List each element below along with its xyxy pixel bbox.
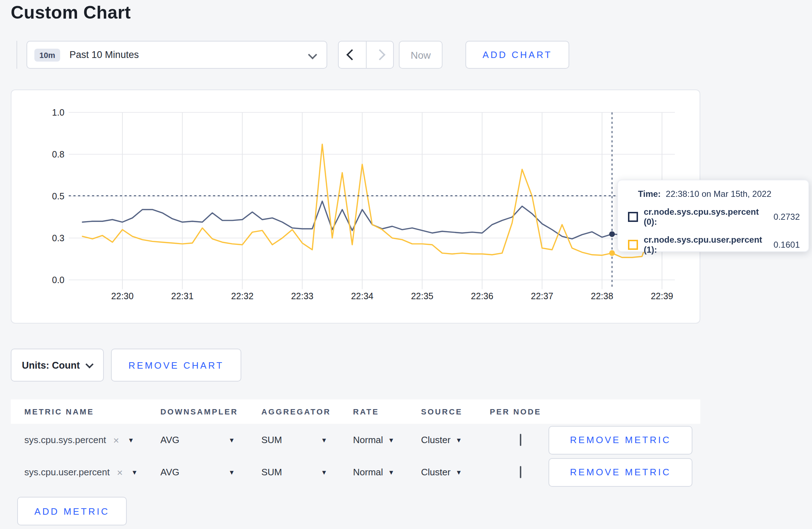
page-title: Custom Chart — [11, 2, 131, 23]
header-downsampler: DOWNSAMPLER — [160, 407, 261, 416]
tooltip-series-sys-name: cr.node.sys.cpu.sys.percent (0): — [644, 207, 769, 227]
rate-select[interactable]: Normal▼ — [353, 467, 421, 477]
aggregator-select[interactable]: SUM▼ — [261, 467, 327, 477]
series-user-swatch-icon — [628, 240, 638, 250]
header-rate: RATE — [353, 407, 421, 416]
svg-text:22:34: 22:34 — [351, 291, 373, 301]
remove-metric-x-icon[interactable]: × — [117, 466, 122, 478]
aggregator-select[interactable]: SUM▼ — [261, 435, 327, 445]
metric-name-text: sys.cpu.sys.percent — [24, 435, 106, 445]
toolbar-divider — [16, 41, 17, 69]
units-label: Units: Count — [22, 360, 80, 370]
tooltip-series-user-value: 0.1601 — [774, 240, 800, 250]
caret-down-icon: ▼ — [388, 436, 395, 443]
prev-time-button[interactable] — [339, 42, 366, 68]
svg-text:22:35: 22:35 — [411, 291, 434, 301]
svg-text:22:30: 22:30 — [111, 291, 134, 301]
svg-text:22:32: 22:32 — [231, 291, 254, 301]
timeseries-chart[interactable]: 1.00.80.50.30.022:3022:3122:3222:3322:34… — [11, 90, 701, 324]
chevron-right-icon — [374, 49, 385, 60]
remove-chart-button[interactable]: REMOVE CHART — [111, 349, 241, 382]
metrics-table-header: METRIC NAME DOWNSAMPLER AGGREGATOR RATE … — [11, 399, 700, 424]
custom-chart-page: Custom Chart 10m Past 10 Minutes Now ADD… — [0, 0, 812, 529]
caret-down-icon: ▼ — [128, 436, 134, 443]
source-select[interactable]: Cluster▼ — [421, 435, 490, 445]
tooltip-time-label: Time: — [638, 189, 661, 199]
svg-text:0.8: 0.8 — [52, 149, 64, 159]
now-button[interactable]: Now — [399, 41, 443, 69]
svg-text:0.3: 0.3 — [52, 233, 64, 243]
header-source: SOURCE — [421, 407, 490, 416]
per-node-checkbox[interactable] — [520, 434, 521, 446]
per-node-checkbox[interactable] — [520, 466, 521, 478]
chart-card: 1.00.80.50.30.022:3022:3122:3222:3322:34… — [11, 89, 700, 324]
caret-down-icon: ▼ — [228, 436, 235, 443]
caret-down-icon: ▼ — [131, 469, 138, 476]
svg-text:0.0: 0.0 — [52, 275, 64, 285]
header-aggregator: AGGREGATOR — [261, 407, 353, 416]
caret-down-icon: ▼ — [228, 469, 235, 476]
downsampler-select[interactable]: AVG▼ — [160, 435, 235, 445]
remove-metric-button[interactable]: REMOVE METRIC — [548, 426, 692, 454]
header-metric-name: METRIC NAME — [24, 407, 160, 416]
metric-row: sys.cpu.user.percent × ▼ AVG▼ SUM▼ Norma… — [11, 456, 700, 488]
add-metric-button[interactable]: ADD METRIC — [17, 497, 127, 525]
svg-text:0.5: 0.5 — [52, 191, 64, 201]
header-per-node: PER NODE — [490, 407, 548, 416]
metrics-table: METRIC NAME DOWNSAMPLER AGGREGATOR RATE … — [11, 399, 700, 525]
downsampler-select[interactable]: AVG▼ — [160, 467, 235, 477]
chevron-down-icon — [86, 360, 94, 368]
units-select[interactable]: Units: Count — [11, 349, 104, 382]
tooltip-series-sys-value: 0.2732 — [774, 212, 800, 222]
svg-text:22:38: 22:38 — [591, 291, 613, 301]
source-select[interactable]: Cluster▼ — [421, 467, 490, 477]
metric-row: sys.cpu.sys.percent × ▼ AVG▼ SUM▼ Normal… — [11, 424, 700, 456]
add-chart-button[interactable]: ADD CHART — [465, 41, 569, 69]
svg-text:22:33: 22:33 — [291, 291, 314, 301]
svg-text:22:39: 22:39 — [651, 291, 673, 301]
metric-name-select[interactable]: sys.cpu.sys.percent × ▼ — [24, 434, 160, 446]
caret-down-icon: ▼ — [321, 469, 327, 476]
time-window-badge: 10m — [34, 48, 60, 61]
time-window-label: Past 10 Minutes — [69, 49, 139, 60]
time-nav-group — [338, 41, 394, 69]
metric-name-text: sys.cpu.user.percent — [24, 467, 110, 477]
caret-down-icon: ▼ — [388, 469, 395, 476]
caret-down-icon: ▼ — [321, 436, 327, 443]
caret-down-icon: ▼ — [455, 469, 462, 476]
next-time-button[interactable] — [366, 42, 393, 68]
time-range-select[interactable]: 10m Past 10 Minutes — [26, 41, 327, 69]
remove-metric-button[interactable]: REMOVE METRIC — [548, 458, 692, 486]
svg-text:22:37: 22:37 — [531, 291, 554, 301]
tooltip-time-value: 22:38:10 on Mar 15th, 2022 — [666, 189, 772, 199]
series-sys-swatch-icon — [628, 212, 638, 222]
caret-down-icon: ▼ — [455, 436, 462, 443]
svg-text:22:31: 22:31 — [171, 291, 194, 301]
rate-select[interactable]: Normal▼ — [353, 435, 421, 445]
metric-name-select[interactable]: sys.cpu.user.percent × ▼ — [24, 466, 160, 478]
chevron-down-icon — [308, 50, 317, 59]
svg-text:1.0: 1.0 — [52, 107, 64, 117]
svg-text:22:36: 22:36 — [471, 291, 493, 301]
remove-metric-x-icon[interactable]: × — [113, 434, 119, 446]
chart-tooltip: Time: 22:38:10 on Mar 15th, 2022 cr.node… — [617, 180, 809, 252]
chevron-left-icon — [347, 49, 358, 60]
tooltip-series-user-name: cr.node.sys.cpu.user.percent (1): — [644, 235, 769, 255]
